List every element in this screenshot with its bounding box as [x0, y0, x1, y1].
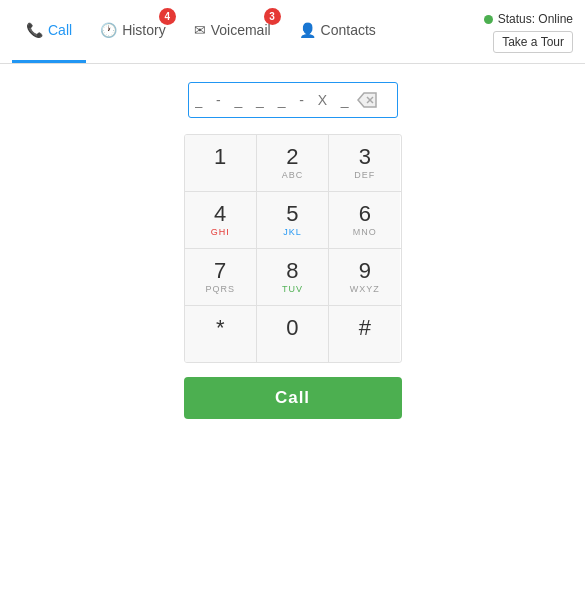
key-2-number: 2	[286, 146, 298, 168]
key-hash[interactable]: #	[329, 306, 400, 362]
header: Status: Online 📞 Call 🕐 History 4 ✉ Voic…	[0, 0, 585, 64]
key-4-letters: GHI	[211, 227, 230, 239]
key-4[interactable]: 4 GHI	[185, 192, 257, 248]
key-3[interactable]: 3 DEF	[329, 135, 400, 191]
key-2-letters: ABC	[282, 170, 304, 182]
key-7-letters: PQRS	[205, 284, 235, 296]
main-content: 1 2 ABC 3 DEF 4 GHI 5 JKL 6	[0, 64, 585, 419]
key-5[interactable]: 5 JKL	[257, 192, 329, 248]
tab-contacts[interactable]: 👤 Contacts	[285, 0, 390, 63]
history-tab-label: History	[122, 22, 166, 38]
key-9[interactable]: 9 WXYZ	[329, 249, 400, 305]
key-hash-number: #	[359, 317, 371, 339]
status-indicator: Status: Online	[484, 12, 573, 26]
dialpad: 1 2 ABC 3 DEF 4 GHI 5 JKL 6	[184, 134, 402, 363]
key-4-number: 4	[214, 203, 226, 225]
call-tab-icon: 📞	[26, 22, 43, 38]
key-2[interactable]: 2 ABC	[257, 135, 329, 191]
contacts-tab-icon: 👤	[299, 22, 316, 38]
tab-call[interactable]: 📞 Call	[12, 0, 86, 63]
call-tab-label: Call	[48, 22, 72, 38]
dialpad-row-2: 4 GHI 5 JKL 6 MNO	[185, 192, 401, 249]
key-7-number: 7	[214, 260, 226, 282]
phone-input-wrapper	[188, 82, 398, 118]
dialpad-row-4: * 0 #	[185, 306, 401, 362]
backspace-button[interactable]	[355, 90, 379, 110]
voicemail-badge: 3	[264, 8, 281, 25]
backspace-icon	[357, 92, 377, 108]
call-button[interactable]: Call	[184, 377, 402, 419]
key-8-letters: TUV	[282, 284, 303, 296]
status-dot	[484, 15, 493, 24]
key-1[interactable]: 1	[185, 135, 257, 191]
key-6-letters: MNO	[353, 227, 377, 239]
key-7[interactable]: 7 PQRS	[185, 249, 257, 305]
key-3-number: 3	[359, 146, 371, 168]
dialpad-row-3: 7 PQRS 8 TUV 9 WXYZ	[185, 249, 401, 306]
key-star[interactable]: *	[185, 306, 257, 362]
tab-history[interactable]: 🕐 History 4	[86, 0, 180, 63]
history-badge: 4	[159, 8, 176, 25]
key-9-number: 9	[359, 260, 371, 282]
voicemail-tab-icon: ✉	[194, 22, 206, 38]
take-a-tour-button[interactable]: Take a Tour	[493, 31, 573, 53]
tab-voicemail[interactable]: ✉ Voicemail 3	[180, 0, 285, 63]
key-5-letters: JKL	[283, 227, 302, 239]
key-0-number: 0	[286, 317, 298, 339]
key-8[interactable]: 8 TUV	[257, 249, 329, 305]
key-8-number: 8	[286, 260, 298, 282]
key-9-letters: WXYZ	[350, 284, 380, 296]
key-5-number: 5	[286, 203, 298, 225]
dialpad-row-1: 1 2 ABC 3 DEF	[185, 135, 401, 192]
key-star-number: *	[216, 317, 225, 339]
key-3-letters: DEF	[354, 170, 375, 182]
phone-input[interactable]	[195, 92, 355, 108]
key-6-number: 6	[359, 203, 371, 225]
status-label: Status: Online	[498, 12, 573, 26]
key-1-number: 1	[214, 146, 226, 168]
key-6[interactable]: 6 MNO	[329, 192, 400, 248]
history-tab-icon: 🕐	[100, 22, 117, 38]
tabs: 📞 Call 🕐 History 4 ✉ Voicemail 3 👤 Conta…	[12, 0, 390, 63]
voicemail-tab-label: Voicemail	[211, 22, 271, 38]
contacts-tab-label: Contacts	[321, 22, 376, 38]
key-0[interactable]: 0	[257, 306, 329, 362]
